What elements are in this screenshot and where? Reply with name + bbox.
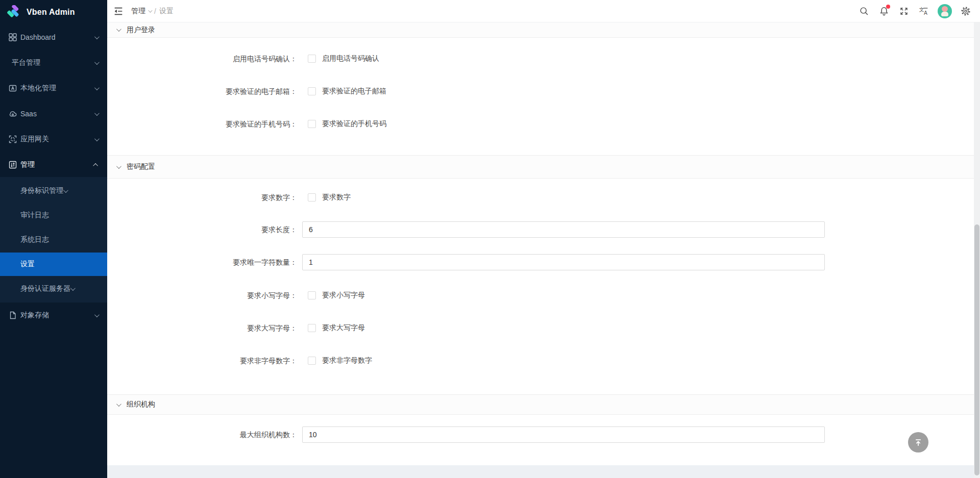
checkbox[interactable] [308,291,316,299]
section-header-password[interactable]: 密码配置 [107,155,974,179]
sidebar-item-system-log[interactable]: 系统日志 [0,228,107,251]
sidebar-item-identity-management[interactable]: 身份标识管理 [0,179,107,203]
back-to-top-button[interactable] [908,432,928,452]
section-title: 用户登录 [127,26,155,35]
notification-badge-dot [886,5,890,9]
chevron-down-icon [94,111,100,116]
field-label: 要求数字： [107,189,297,206]
checkbox[interactable] [308,55,316,63]
checkbox-require-digit[interactable]: 要求数字 [308,189,351,206]
field-label: 要求小写字母： [107,287,297,304]
chevron-down-icon [94,136,100,141]
form-row: 要求大写字母： 要求大写字母 [107,320,974,336]
page-content: 用户登录 启用电话号码确认： 启用电话号码确认 要求验证的电子邮箱： 要求验证的… [107,22,974,478]
checkbox-require-verified-phone[interactable]: 要求验证的手机号码 [308,116,386,132]
sidebar-item-label: 系统日志 [20,235,49,244]
sidebar-item-audit-log[interactable]: 审计日志 [0,204,107,227]
fullscreen-button[interactable] [898,5,910,17]
checkbox[interactable] [308,357,316,365]
settings-button[interactable] [960,5,972,17]
checkbox-label: 要求大写字母 [322,323,365,333]
field-label: 要求非字母数字： [107,353,297,369]
search-icon [859,6,870,17]
sidebar: Vben Admin Dashboard 平台管理 本地化管理 [0,0,107,478]
max-organizations-input[interactable] [302,426,825,443]
sidebar-item-platform[interactable]: 平台管理 [0,53,107,73]
checkbox-require-non-alphanumeric[interactable]: 要求非字母数字 [308,353,372,369]
sidebar-item-object-storage[interactable]: 对象存储 [0,305,107,325]
svg-text:A: A [924,10,927,16]
sidebar-item-label: Dashboard [20,33,94,41]
field-label: 启用电话号码确认： [107,51,297,67]
sidebar-item-settings[interactable]: 设置 [0,253,107,276]
required-length-input[interactable] [302,221,825,238]
section-title: 组织机构 [127,400,155,409]
sidebar-item-management[interactable]: 管理 [0,155,107,175]
form-row: 要求小写字母： 要求小写字母 [107,287,974,304]
scrollbar-thumb[interactable] [974,224,979,475]
field-label: 要求唯一字符数量： [107,254,297,270]
fullscreen-icon [898,6,910,17]
form-row: 最大组织机构数： [107,426,974,443]
form-row: 要求非字母数字： 要求非字母数字 [107,353,974,369]
management-submenu: 身份标识管理 审计日志 系统日志 设置 身份认证服务器 [0,177,107,303]
sidebar-item-label: 对象存储 [20,311,94,320]
chevron-down-icon [116,401,121,407]
field-label: 要求大写字母： [107,320,297,336]
sidebar-item-label: 审计日志 [20,211,49,220]
form-row: 要求验证的电子邮箱： 要求验证的电子邮箱 [107,83,974,99]
breadcrumb-item-management[interactable]: 管理 [131,7,151,16]
checkbox[interactable] [308,87,316,95]
chevron-down-icon [94,60,100,65]
required-unique-chars-input[interactable] [302,254,825,270]
form-row: 要求长度： [107,221,974,238]
notifications-button[interactable] [878,5,890,17]
sidebar-item-label: 平台管理 [12,58,94,67]
translate-icon: 文 A [918,6,929,17]
chevron-down-icon [94,34,100,39]
localization-icon [9,84,17,92]
checkbox-require-verified-email[interactable]: 要求验证的电子邮箱 [308,83,386,99]
app-header: 管理 / 设置 [107,0,980,22]
app-title: Vben Admin [27,8,75,17]
app-logo[interactable]: Vben Admin [0,0,107,24]
section-title: 密码配置 [127,162,155,171]
chevron-down-icon [116,27,121,32]
form-row: 要求数字： 要求数字 [107,189,974,206]
checkbox-require-lowercase[interactable]: 要求小写字母 [308,287,365,304]
checkbox[interactable] [308,324,316,332]
checkbox-label: 要求验证的电子邮箱 [322,87,386,96]
menu-fold-icon[interactable] [113,6,124,17]
sidebar-item-localization[interactable]: 本地化管理 [0,78,107,98]
sidebar-item-dashboard[interactable]: Dashboard [0,27,107,47]
file-icon [9,311,17,319]
sidebar-item-label: 本地化管理 [20,84,94,93]
gear-icon [960,6,971,17]
vertical-scrollbar [974,22,980,478]
chevron-down-icon [94,85,100,90]
language-button[interactable]: 文 A [918,5,930,17]
gateway-icon [9,135,17,143]
dashboard-icon [9,33,17,41]
sidebar-item-label: 设置 [20,260,35,269]
sidebar-item-gateway[interactable]: 应用网关 [0,129,107,149]
checkbox-require-uppercase[interactable]: 要求大写字母 [308,320,365,336]
checkbox-label: 要求数字 [322,193,351,202]
section-header-user-login[interactable]: 用户登录 [107,22,974,38]
back-to-top-icon [913,437,924,448]
sidebar-item-label: 管理 [20,160,94,169]
checkbox[interactable] [308,193,316,202]
breadcrumb-separator: / [154,7,156,15]
sidebar-item-auth-server[interactable]: 身份认证服务器 [0,277,107,300]
checkbox-label: 要求小写字母 [322,291,365,300]
form-row: 要求唯一字符数量： [107,254,974,270]
section-header-organization[interactable]: 组织机构 [107,394,974,415]
chevron-down-icon [70,286,76,291]
user-avatar[interactable] [938,4,952,18]
field-label: 最大组织机构数： [107,426,297,443]
search-button[interactable] [858,5,870,17]
checkbox-enable-phone-confirm[interactable]: 启用电话号码确认 [308,51,379,67]
sidebar-item-label: Saas [20,110,94,118]
checkbox[interactable] [308,120,316,128]
sidebar-item-saas[interactable]: Saas [0,104,107,124]
